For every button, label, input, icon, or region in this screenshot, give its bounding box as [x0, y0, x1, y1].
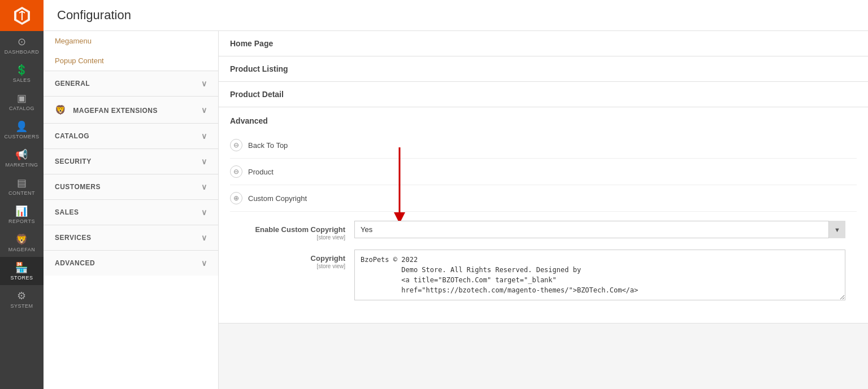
sidebar-section-header-customers[interactable]: CUSTOMERS ∨ — [44, 174, 218, 199]
chevron-down-icon: ∨ — [201, 182, 207, 191]
page-header: Configuration — [44, 0, 868, 31]
sidebar-section-advanced: ADVANCED ∨ — [44, 250, 218, 276]
sidebar-section-header-sales[interactable]: SALES ∨ — [44, 200, 218, 225]
enable-copyright-select-wrap: Yes No ▼ — [354, 221, 845, 238]
page-title: Configuration — [57, 8, 854, 23]
sidebar-item-stores[interactable]: 🏪 STORES — [0, 257, 44, 285]
sidebar-section-customers: CUSTOMERS ∨ — [44, 174, 218, 199]
copyright-control: BzoPets © 2022 Demo Store. All Rights Re… — [354, 250, 845, 303]
enable-copyright-select[interactable]: Yes No — [354, 221, 845, 238]
copyright-label-wrap: Copyright [store view] — [241, 250, 354, 269]
enable-copyright-label: Enable Custom Copyright — [255, 225, 345, 234]
sidebar-section-magefan-extensions: 🦁 MAGEFAN EXTENSIONS ∨ — [44, 96, 218, 123]
config-sidebar: Megamenu Popup Content GENERAL ∨ 🦁 MAGEF… — [44, 31, 219, 389]
stores-icon: 🏪 — [15, 263, 28, 273]
chevron-down-icon: ∨ — [201, 208, 207, 217]
sidebar-item-content[interactable]: ▤ CONTENT — [0, 172, 44, 200]
sidebar-item-reports[interactable]: 📊 REPORTS — [0, 200, 44, 229]
home-page-section[interactable]: Home Page — [219, 31, 868, 56]
copyright-section: Enable Custom Copyright [store view] — [230, 221, 857, 314]
sidebar-section-catalog: CATALOG ∨ — [44, 123, 218, 148]
magento-logo[interactable] — [0, 0, 44, 31]
main-area: Configuration Megamenu Popup Content GEN… — [44, 0, 868, 389]
product-row[interactable]: ⊖ Product — [230, 159, 857, 185]
advanced-label: Advanced — [230, 116, 857, 125]
chevron-down-icon: ∨ — [201, 233, 207, 242]
sidebar-item-customers[interactable]: 👤 CUSTOMERS — [0, 116, 44, 144]
enable-copyright-label-wrap: Enable Custom Copyright [store view] — [241, 221, 354, 241]
sidebar-item-marketing[interactable]: 📢 MARKETING — [0, 144, 44, 172]
collapse-icon-product: ⊖ — [230, 165, 242, 178]
sidebar-section-header-catalog[interactable]: CATALOG ∨ — [44, 124, 218, 148]
sidebar-section-services: SERVICES ∨ — [44, 225, 218, 250]
magefan-icon: 🦁 — [15, 234, 28, 244]
sidebar-section-header-general[interactable]: GENERAL ∨ — [44, 71, 218, 96]
chevron-down-icon: ∨ — [201, 79, 207, 88]
sidebar-item-system[interactable]: ⚙ SYSTEM — [0, 285, 44, 313]
custom-copyright-row[interactable]: ⊕ Custom Copyright — [230, 185, 857, 212]
customers-icon: 👤 — [15, 121, 28, 132]
sidebar-item-catalog[interactable]: ▣ CATALOG — [0, 88, 44, 116]
sidebar-item-magefan[interactable]: 🦁 MAGEFAN — [0, 229, 44, 257]
sidebar-item-dashboard[interactable]: ⊙ DASHBOARD — [0, 31, 44, 59]
chevron-down-icon: ∨ — [201, 157, 207, 166]
sidebar-section-general: GENERAL ∨ — [44, 71, 218, 96]
reports-icon: 📊 — [15, 206, 28, 216]
catalog-icon: ▣ — [17, 93, 27, 103]
config-panel: Home Page Product Listing Product Detail… — [219, 31, 868, 324]
content-icon: ▤ — [17, 178, 27, 188]
left-navigation: ⊙ DASHBOARD 💲 SALES ▣ CATALOG 👤 CUSTOMER… — [0, 0, 44, 389]
copyright-sub: [store view] — [241, 263, 345, 269]
enable-copyright-row: Enable Custom Copyright [store view] — [241, 221, 845, 241]
sidebar-item-sales[interactable]: 💲 SALES — [0, 59, 44, 88]
config-content: Home Page Product Listing Product Detail… — [219, 31, 868, 389]
content-layout: Megamenu Popup Content GENERAL ∨ 🦁 MAGEF… — [44, 31, 868, 389]
chevron-down-icon: ∨ — [201, 259, 207, 268]
sidebar-section-header-advanced[interactable]: ADVANCED ∨ — [44, 251, 218, 276]
enable-copyright-sub: [store view] — [241, 234, 345, 241]
sales-icon: 💲 — [15, 65, 28, 75]
sidebar-section-sales: SALES ∨ — [44, 199, 218, 225]
collapse-icon-back-to-top: ⊖ — [230, 139, 242, 151]
sidebar-section-header-security[interactable]: SECURITY ∨ — [44, 149, 218, 174]
copyright-label: Copyright — [311, 254, 345, 263]
sidebar-link-popup-content[interactable]: Popup Content — [44, 51, 218, 71]
product-label: Product — [248, 168, 274, 176]
chevron-down-icon: ∨ — [201, 132, 207, 141]
custom-copyright-label: Custom Copyright — [248, 194, 307, 203]
dashboard-icon: ⊙ — [18, 37, 27, 47]
sidebar-section-header-services[interactable]: SERVICES ∨ — [44, 225, 218, 250]
sidebar-section-security: SECURITY ∨ — [44, 148, 218, 174]
collapse-icon-copyright: ⊕ — [230, 192, 242, 204]
marketing-icon: 📢 — [15, 150, 28, 160]
sidebar-section-header-magefan[interactable]: 🦁 MAGEFAN EXTENSIONS ∨ — [44, 97, 218, 123]
product-detail-section[interactable]: Product Detail — [219, 82, 868, 107]
sidebar-link-megamenu[interactable]: Megamenu — [44, 31, 218, 51]
advanced-section: Advanced ⊖ Back To Top ⊖ Product ⊕ Custo… — [219, 107, 868, 324]
back-to-top-label: Back To Top — [248, 141, 288, 150]
back-to-top-row[interactable]: ⊖ Back To Top — [230, 132, 857, 159]
system-icon: ⚙ — [17, 291, 27, 301]
chevron-down-icon: ∨ — [201, 106, 207, 115]
enable-copyright-control: Yes No ▼ — [354, 221, 845, 238]
copyright-textarea[interactable]: BzoPets © 2022 Demo Store. All Rights Re… — [354, 250, 845, 300]
copyright-textarea-row: Copyright [store view] BzoPets © 2022 De… — [241, 250, 845, 303]
magefan-section-icon: 🦁 — [55, 105, 67, 115]
product-listing-section[interactable]: Product Listing — [219, 56, 868, 82]
